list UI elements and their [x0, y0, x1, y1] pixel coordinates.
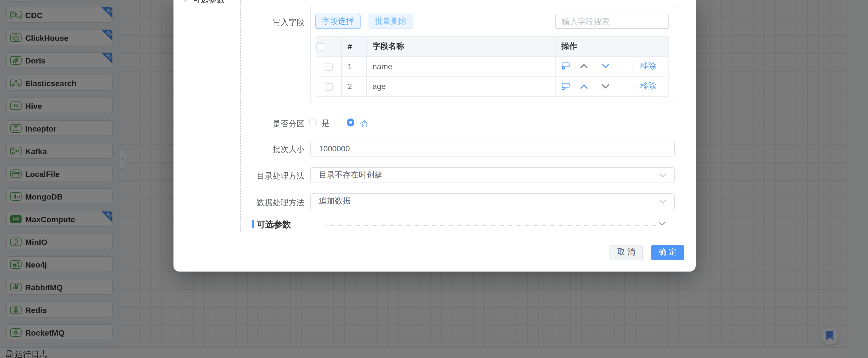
batch-size-label: 批次大小	[273, 144, 305, 155]
row-field-name: age	[367, 76, 555, 96]
dir-method-value: 目录不存在时创建	[319, 170, 382, 180]
data-method-select[interactable]: 追加数据	[310, 193, 675, 209]
table-row: 2 age | 移除	[316, 76, 669, 96]
divider: |	[632, 82, 634, 91]
field-search-input[interactable]	[555, 13, 669, 29]
remove-link[interactable]: 移除	[640, 61, 656, 71]
select-all-checkbox[interactable]	[316, 43, 324, 51]
col-header-index: #	[342, 36, 367, 56]
row-field-name: name	[367, 56, 555, 76]
partition-label: 是否分区	[273, 119, 305, 129]
partition-no-radio[interactable]	[347, 119, 354, 126]
write-fields-label: 写入字段	[273, 17, 305, 28]
chevron-down-icon	[659, 173, 666, 177]
partition-no-label[interactable]: 否	[360, 119, 368, 129]
confirm-button[interactable]: 确 定	[651, 245, 684, 260]
add-field-icon[interactable]	[561, 63, 570, 70]
section-accent-bar	[252, 220, 254, 228]
step-nav-item-optional-params[interactable]: 可选参数	[193, 0, 224, 5]
move-down-icon[interactable]	[601, 64, 610, 69]
app-root: CDC CDC MT ClickHouse MT Doris MT	[0, 0, 868, 358]
table-row: 1 name | 移除	[316, 56, 669, 76]
divider: |	[632, 62, 634, 71]
section-dotted-rule	[324, 225, 656, 225]
add-field-icon[interactable]	[561, 83, 570, 90]
move-up-icon[interactable]	[580, 84, 588, 89]
step-dot-icon	[184, 0, 187, 2]
section-collapse-chevron-icon[interactable]	[658, 221, 666, 226]
step-nav-divider	[240, 0, 241, 232]
cancel-button[interactable]: 取 消	[610, 245, 643, 260]
col-header-field-name: 字段名称	[367, 36, 555, 56]
row-index: 2	[342, 76, 367, 96]
data-method-value: 追加数据	[319, 196, 351, 206]
dir-method-label: 目录处理方法	[257, 171, 305, 182]
batch-size-input[interactable]: 1000000	[310, 140, 675, 156]
chevron-down-icon	[659, 200, 666, 203]
row-checkbox[interactable]	[325, 83, 333, 91]
table-header-row: # 字段名称 操作	[316, 36, 669, 56]
fields-table: # 字段名称 操作 1 name	[316, 36, 669, 97]
data-method-label: 数据处理方法	[257, 198, 305, 208]
batch-size-value: 1000000	[319, 144, 350, 153]
row-checkbox[interactable]	[325, 63, 333, 71]
move-down-icon[interactable]	[601, 84, 610, 89]
move-up-icon[interactable]	[580, 64, 588, 69]
optional-params-title: 可选参数	[257, 219, 291, 230]
partition-yes-radio[interactable]	[309, 119, 317, 126]
col-header-actions: 操作	[555, 36, 669, 56]
dir-method-select[interactable]: 目录不存在时创建	[310, 167, 675, 183]
remove-link[interactable]: 移除	[640, 82, 656, 92]
batch-delete-button[interactable]: 批量删除	[369, 13, 413, 29]
node-config-dialog: 可选参数 写入字段 字段选择 批量删除 # 字段名称 操作 1 name	[173, 0, 695, 271]
row-index: 1	[342, 56, 367, 76]
field-select-button[interactable]: 字段选择	[315, 13, 361, 29]
partition-yes-label[interactable]: 是	[321, 119, 330, 129]
